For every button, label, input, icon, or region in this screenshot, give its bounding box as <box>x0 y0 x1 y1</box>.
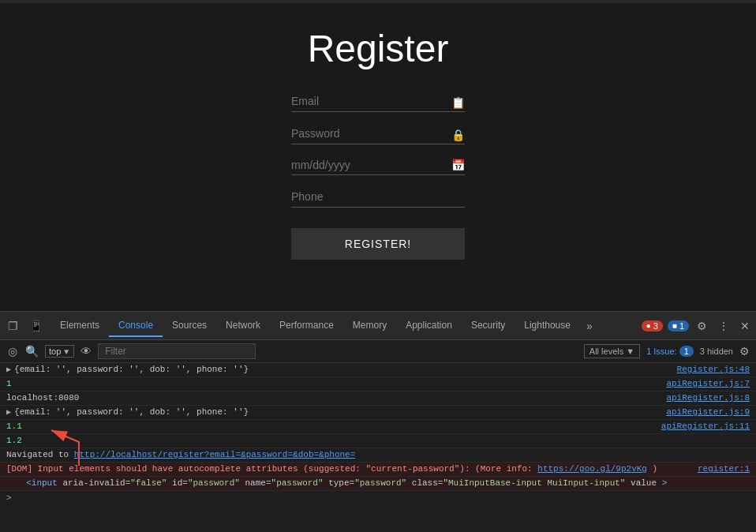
console-line-file[interactable]: apiRegister.js:11 <box>653 421 750 431</box>
console-prompt: > <box>6 493 12 503</box>
dom-val-type: "password" <box>354 478 406 488</box>
console-line-file[interactable]: Register.js:48 <box>669 365 750 374</box>
console-line: Navigated to http://localhost/register?e… <box>0 448 756 463</box>
tab-console[interactable]: Console <box>109 315 163 337</box>
register-button[interactable]: REGISTER! <box>291 228 465 260</box>
page-title: Register <box>308 27 449 70</box>
devtools-tab-end: ● 3 ■ 1 ⚙ ⋮ ✕ <box>642 318 753 334</box>
console-settings-button[interactable]: ⚙ <box>739 345 750 358</box>
email-icon: 📋 <box>451 96 465 109</box>
dom-val-id: "password" <box>188 478 240 488</box>
info-count: 1 <box>679 321 684 331</box>
console-line: localhost:8080 apiRegister.js:8 <box>0 392 756 406</box>
devtools-tabs: ❐ 📱 Elements Console Sources Network Per… <box>0 312 756 340</box>
navigation-link[interactable]: http://localhost/register?email=&passwor… <box>74 450 355 459</box>
tab-network[interactable]: Network <box>216 315 270 337</box>
console-input-line: > <box>0 491 756 505</box>
tab-performance[interactable]: Performance <box>270 315 343 337</box>
tab-security[interactable]: Security <box>462 315 515 337</box>
console-line: 1.1 apiRegister.js:11 <box>0 420 756 434</box>
tab-elements[interactable]: Elements <box>51 315 109 337</box>
console-line-file[interactable]: register:1 <box>690 464 750 474</box>
console-toolbar-left: ◎ 🔍 top ▼ 👁 <box>6 343 256 359</box>
issue-button[interactable]: 1 Issue: 1 <box>646 346 694 357</box>
password-input[interactable] <box>291 127 465 140</box>
dom-attr-class: class= <box>412 478 443 488</box>
console-line: ▶ {email: '', password: '', dob: '', pho… <box>0 363 756 377</box>
dob-field-container: 📅 <box>291 159 465 175</box>
tab-lighthouse[interactable]: Lighthouse <box>515 315 580 337</box>
tab-memory[interactable]: Memory <box>343 315 396 337</box>
expand-icon[interactable]: ▶ <box>6 365 11 374</box>
eye-toggle-button[interactable]: 👁 <box>79 343 93 359</box>
console-filter-toggle[interactable]: 🔍 <box>24 343 40 359</box>
dom-attr: aria-invalid= <box>62 478 130 488</box>
dom-attr-type: type= <box>328 478 354 488</box>
console-line-content: {email: '', password: '', dob: '', phone… <box>14 365 669 374</box>
devtools-close-button[interactable]: ✕ <box>737 318 753 334</box>
all-levels-button[interactable]: All levels ▼ <box>584 344 640 358</box>
issue-count: 1 <box>684 347 689 356</box>
phone-field-container <box>291 189 465 208</box>
all-levels-chevron: ▼ <box>626 347 634 356</box>
console-warn-content: [DOM] Input elements should have autocom… <box>6 464 690 474</box>
hidden-label: 3 hidden <box>700 347 733 356</box>
level-dropdown-icon: ▼ <box>62 347 70 356</box>
tab-application[interactable]: Application <box>396 315 462 337</box>
email-input[interactable] <box>291 95 465 107</box>
all-levels-label: All levels <box>589 347 623 356</box>
password-icon: 🔒 <box>451 129 465 141</box>
issue-label: 1 Issue: <box>646 347 677 356</box>
dom-warn-close-paren: ) <box>653 464 658 474</box>
inspect-element-button[interactable]: ❐ <box>3 317 23 335</box>
console-line-file[interactable]: apiRegister.js:9 <box>658 407 750 417</box>
email-field-container: 📋 <box>291 94 465 112</box>
console-line-file[interactable]: apiRegister.js:7 <box>658 379 750 388</box>
password-field-container: 🔒 <box>291 126 465 144</box>
console-line: 1.2 <box>0 434 756 448</box>
dom-element-content: <input aria-invalid="false" id="password… <box>16 478 750 488</box>
phone-input[interactable] <box>291 190 465 203</box>
clear-console-button[interactable]: ◎ <box>6 343 19 359</box>
dom-val-name: "password" <box>271 478 324 488</box>
dom-warn-link[interactable]: https://goo.gl/9p2vKg <box>537 464 647 474</box>
error-count: 3 <box>653 321 658 331</box>
devtools-settings-button[interactable]: ⚙ <box>694 318 710 334</box>
filter-input[interactable] <box>98 343 256 359</box>
level-selector[interactable]: top ▼ <box>45 345 74 358</box>
dom-attr-name: name= <box>245 478 271 488</box>
issue-badge: 1 <box>679 346 694 357</box>
expand-icon[interactable]: ▶ <box>6 407 11 417</box>
devtools-more-button[interactable]: ⋮ <box>715 318 732 334</box>
console-line-content: 1.2 <box>6 436 750 445</box>
console-line-file[interactable]: apiRegister.js:8 <box>658 393 750 403</box>
console-output[interactable]: ▶ {email: '', password: '', dob: '', pho… <box>0 363 756 532</box>
devtools-tab-icons: ❐ 📱 <box>3 317 47 335</box>
tab-sources[interactable]: Sources <box>163 315 216 337</box>
dom-val-class: "MuiInputBase-input MuiInput-input" <box>443 478 625 488</box>
dom-attr-value: value <box>631 478 657 488</box>
dob-calendar-icon: 📅 <box>451 159 465 171</box>
app-area: Register 📋 🔒 📅 REGISTER! <box>0 3 756 311</box>
number-value: 1.1 <box>6 421 22 431</box>
info-count-badge: ■ 1 <box>668 320 689 332</box>
console-line-dom-warn: [DOM] Input elements should have autocom… <box>0 463 756 477</box>
dom-tag: <input <box>26 478 58 488</box>
console-line-content: 1 <box>6 379 658 388</box>
hidden-count-button[interactable]: 3 hidden <box>700 347 733 356</box>
dom-attr-id: id= <box>172 478 188 488</box>
dom-warn-text: Input elements should have autocomplete … <box>38 464 538 474</box>
console-line-content: 1.1 <box>6 421 653 431</box>
console-line: 1 apiRegister.js:7 <box>0 377 756 392</box>
console-line: ▶ {email: '', password: '', dob: '', pho… <box>0 406 756 420</box>
console-line-content: localhost:8080 <box>6 393 658 403</box>
device-toolbar-button[interactable]: 📱 <box>24 317 47 335</box>
console-line-content: Navigated to http://localhost/register?e… <box>6 450 750 459</box>
dob-input[interactable] <box>291 159 448 171</box>
number-value: 1 <box>6 379 12 388</box>
info-icon: ■ <box>672 321 677 330</box>
more-tabs-button[interactable]: » <box>582 317 597 335</box>
console-toolbar: ◎ 🔍 top ▼ 👁 All levels ▼ 1 Issue: 1 3 hi… <box>0 340 756 363</box>
error-count-badge: ● 3 <box>642 320 663 332</box>
console-line-dom-element: <input aria-invalid="false" id="password… <box>0 477 756 491</box>
